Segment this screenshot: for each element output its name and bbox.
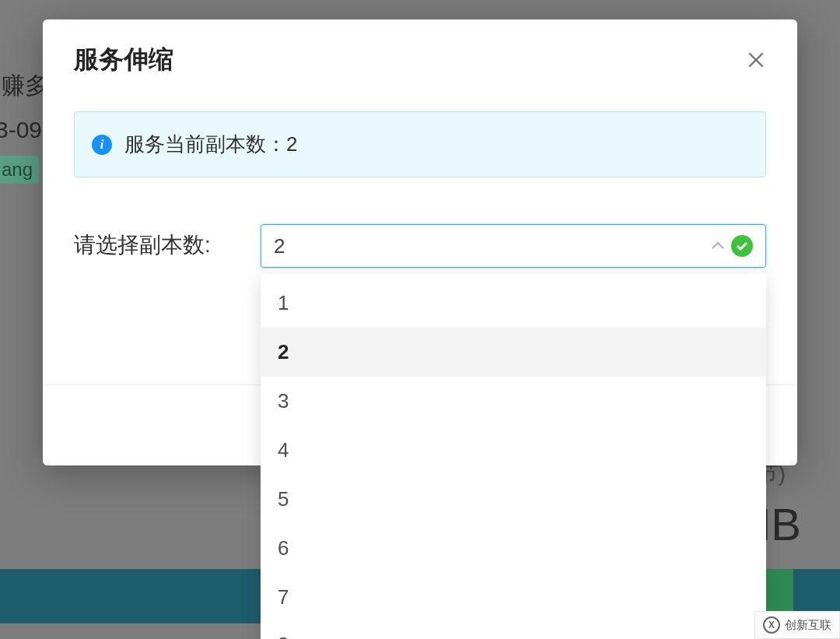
bg-text-2: 3-09 <box>0 117 42 143</box>
modal-header: 服务伸缩 <box>43 19 797 96</box>
bg-text-1: ·赚多 <box>0 70 48 102</box>
replica-form-row: 请选择副本数: 2 1 2 3 4 5 6 <box>74 224 766 268</box>
info-text: 服务当前副本数：2 <box>124 131 297 158</box>
info-alert: i 服务当前副本数：2 <box>74 111 766 177</box>
watermark-logo-icon: X <box>763 616 780 634</box>
select-value: 2 <box>274 234 711 258</box>
watermark-label: 创新互联 <box>785 618 831 633</box>
dropdown-option-4[interactable]: 4 <box>261 426 766 475</box>
dropdown-option-8[interactable]: 8 <box>261 622 766 639</box>
dropdown-option-2[interactable]: 2 <box>261 328 766 377</box>
dropdown-option-1[interactable]: 1 <box>261 279 766 328</box>
service-scale-modal: 服务伸缩 i 服务当前副本数：2 请选择副本数: 2 <box>43 19 797 465</box>
replica-dropdown: 1 2 3 4 5 6 7 8 <box>261 274 766 639</box>
bg-tag: ang <box>0 156 39 184</box>
check-circle-icon <box>731 235 753 257</box>
dropdown-option-5[interactable]: 5 <box>261 475 766 524</box>
dropdown-option-6[interactable]: 6 <box>261 524 766 573</box>
dropdown-option-7[interactable]: 7 <box>261 573 766 622</box>
info-icon: i <box>92 135 112 155</box>
replica-label: 请选择副本数: <box>74 224 253 260</box>
replica-select[interactable]: 2 <box>261 224 766 268</box>
replica-select-wrap: 2 1 2 3 4 5 6 7 8 <box>261 224 766 268</box>
modal-title: 服务伸缩 <box>74 43 173 77</box>
chevron-up-icon <box>711 239 725 253</box>
watermark: X 创新互联 <box>754 611 840 639</box>
close-icon[interactable] <box>746 50 766 70</box>
modal-body: i 服务当前副本数：2 请选择副本数: 2 1 2 3 <box>43 96 797 299</box>
dropdown-option-3[interactable]: 3 <box>261 377 766 426</box>
